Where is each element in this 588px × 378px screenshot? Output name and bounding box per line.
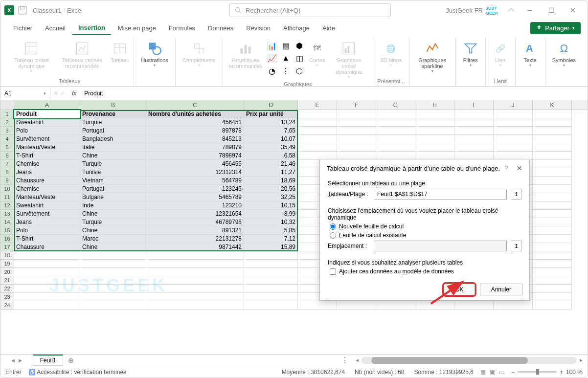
row-header[interactable]: 17 — [0, 243, 14, 251]
cell[interactable] — [376, 143, 415, 152]
cell[interactable]: 13,24 — [244, 118, 298, 127]
save-icon[interactable] — [18, 6, 27, 15]
stat-chart-icon[interactable]: ◫ — [294, 52, 305, 64]
emplacement-picker-button[interactable]: ↥ — [511, 241, 521, 251]
cell[interactable] — [298, 127, 337, 135]
tab-affichage[interactable]: Affichage — [277, 22, 316, 35]
sheet-next-icon[interactable]: ► — [18, 357, 23, 363]
cell[interactable]: Jeans — [14, 218, 80, 226]
bar-chart-icon[interactable]: ▤ — [280, 40, 292, 51]
cell[interactable] — [80, 260, 146, 268]
add-to-model-checkbox[interactable] — [330, 268, 336, 275]
cell[interactable] — [80, 293, 146, 301]
maximize-button[interactable]: ☐ — [541, 3, 562, 18]
cell[interactable] — [533, 201, 572, 210]
cell[interactable] — [533, 260, 572, 268]
cell[interactable] — [376, 127, 415, 135]
cell[interactable] — [533, 218, 572, 226]
cell[interactable] — [415, 118, 454, 127]
cell[interactable]: 123245 — [146, 185, 244, 193]
sparkline-button[interactable]: Graphiques sparkline▾ — [413, 40, 452, 74]
close-button[interactable]: ✕ — [562, 3, 584, 18]
cell[interactable] — [376, 301, 415, 310]
zoom-in-icon[interactable]: + — [560, 369, 563, 376]
cell[interactable] — [337, 118, 376, 127]
formula-input[interactable]: Produit — [80, 90, 588, 97]
col-header[interactable]: E — [298, 100, 337, 110]
cell[interactable] — [244, 301, 298, 310]
col-header[interactable]: J — [494, 100, 533, 110]
user-name[interactable]: JustGeek FR — [446, 7, 483, 14]
row-header[interactable]: 9 — [0, 177, 14, 185]
cell[interactable] — [533, 177, 572, 185]
cell[interactable] — [337, 301, 376, 310]
cell[interactable] — [533, 243, 572, 251]
col-header[interactable]: F — [337, 100, 376, 110]
cell[interactable] — [533, 118, 572, 127]
radio-new-sheet[interactable] — [330, 223, 336, 230]
cell[interactable]: T-Shirt — [14, 152, 80, 160]
hscroll-right-icon[interactable]: ► — [579, 357, 584, 363]
col-header[interactable]: B — [80, 100, 146, 110]
cell[interactable]: Chaussure — [14, 243, 80, 251]
cell[interactable] — [533, 293, 572, 301]
pie-chart-icon[interactable]: ◔ — [266, 65, 278, 77]
row-header[interactable]: 1 — [0, 110, 14, 118]
column-chart-icon[interactable]: 📊 — [266, 40, 278, 51]
cell[interactable]: Turquie — [80, 118, 146, 127]
row-header[interactable]: 5 — [0, 143, 14, 152]
col-header[interactable]: K — [533, 100, 572, 110]
cell[interactable]: Bangladesh — [80, 135, 146, 143]
cell[interactable]: Tunisie — [80, 168, 146, 177]
row-header[interactable]: 20 — [0, 268, 14, 276]
cell[interactable] — [494, 127, 533, 135]
row-header[interactable]: 8 — [0, 168, 14, 177]
cell[interactable]: 12321654 — [146, 210, 244, 218]
tab-insertion[interactable]: Insertion — [72, 21, 111, 35]
cell[interactable]: 9871442 — [146, 243, 244, 251]
pivot-chart-button[interactable]: Graphique croisé dynamique▾ — [329, 40, 369, 80]
col-header[interactable]: C — [146, 100, 244, 110]
cell[interactable] — [146, 260, 244, 268]
cell[interactable] — [533, 268, 572, 276]
cell[interactable]: 22131278 — [146, 235, 244, 243]
cell[interactable]: 8,99 — [244, 210, 298, 218]
cell[interactable]: 10,15 — [244, 201, 298, 210]
cell[interactable] — [533, 110, 572, 118]
cell[interactable]: Manteau/Veste — [14, 143, 80, 152]
cancel-formula-icon[interactable]: ✕ — [53, 90, 58, 97]
cell[interactable]: 5465789 — [146, 193, 244, 201]
cell[interactable]: 7,65 — [244, 127, 298, 135]
cell[interactable] — [14, 276, 80, 285]
cell[interactable]: 21,46 — [244, 160, 298, 168]
cell[interactable] — [244, 251, 298, 260]
fx-label[interactable]: fx — [68, 90, 80, 97]
cell[interactable]: 456455 — [146, 160, 244, 168]
row-header[interactable]: 13 — [0, 210, 14, 218]
cell[interactable] — [533, 160, 572, 168]
row-header[interactable]: 6 — [0, 152, 14, 160]
col-header[interactable]: D — [244, 100, 298, 110]
cell[interactable] — [533, 285, 572, 293]
cell[interactable] — [298, 143, 337, 152]
cell[interactable] — [533, 226, 572, 235]
area-chart-icon[interactable]: ▲ — [280, 52, 292, 64]
cell[interactable]: Chine — [80, 243, 146, 251]
cell[interactable] — [298, 301, 337, 310]
cell[interactable]: 35,49 — [244, 143, 298, 152]
cell[interactable]: Survêtement — [14, 210, 80, 218]
cell[interactable]: 11,27 — [244, 168, 298, 177]
cell[interactable]: Polo — [14, 226, 80, 235]
dialog-close-icon[interactable]: ✕ — [517, 164, 522, 172]
text-button[interactable]: A Texte▾ — [520, 40, 541, 68]
row-header[interactable]: 16 — [0, 235, 14, 243]
cell[interactable]: Chaussure — [14, 177, 80, 185]
cell[interactable]: 15,89 — [244, 243, 298, 251]
share-button[interactable]: Partager ▾ — [530, 22, 581, 34]
cell[interactable]: 10,07 — [244, 135, 298, 143]
cell[interactable]: Chemise — [14, 160, 80, 168]
cell[interactable]: Polo — [14, 127, 80, 135]
cell[interactable]: 845213 — [146, 135, 244, 143]
col-header[interactable]: A — [14, 100, 80, 110]
3dmaps-button[interactable]: 🌐 3D Maps▾ — [377, 40, 405, 68]
